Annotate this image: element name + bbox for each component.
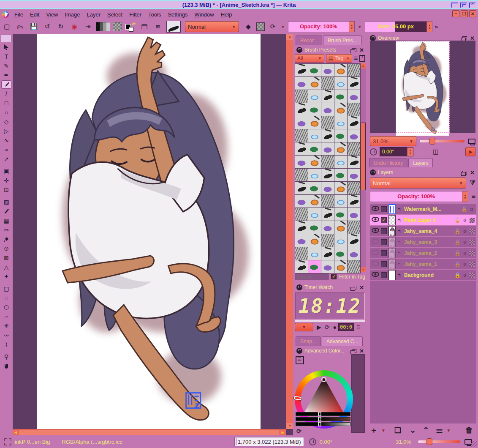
advanced-color-header[interactable]: Advanced Color... ✕ — [296, 347, 364, 355]
alpha-lock-icon[interactable]: α — [462, 272, 468, 278]
brush-preset-cell[interactable] — [348, 182, 360, 194]
menu-file[interactable]: File — [11, 10, 26, 19]
component-bar-3[interactable] — [296, 422, 350, 426]
brush-preset-cell[interactable] — [308, 142, 321, 155]
filter-in-tag-checkbox[interactable]: ✓ — [331, 274, 337, 279]
layer-lock-icon[interactable]: 🔓 — [461, 206, 467, 212]
layer-blending-dropdown[interactable]: Normal ▼ — [370, 178, 466, 188]
brush-preset-cell[interactable] — [348, 169, 360, 181]
brush-preset-cell[interactable] — [295, 116, 308, 129]
delete-layer-button[interactable]: 🗑 — [465, 426, 473, 435]
brush-preset-cell[interactable] — [321, 221, 334, 234]
lock-docker-icon[interactable] — [296, 47, 302, 53]
tab-advanced-c[interactable]: Advanced C... — [322, 336, 363, 346]
new-document-icon[interactable]: ▢ — [2, 23, 11, 30]
vertical-scrollbar[interactable]: ▲ ▼ — [286, 34, 293, 429]
tab-undo-history[interactable]: Undo History — [369, 158, 407, 167]
tool-bezier-select[interactable]: ∾ — [1, 331, 11, 339]
move-layer-down-button[interactable]: ⌄ — [410, 426, 416, 435]
brush-preset-cell[interactable] — [308, 260, 321, 273]
gradient-swatch[interactable] — [96, 22, 110, 31]
brush-preset-cell[interactable] — [295, 247, 308, 260]
brush-editor-button[interactable] — [166, 21, 181, 33]
display-mode-icon[interactable]: ⋮ — [359, 55, 365, 62]
brush-preset-cell[interactable] — [348, 195, 360, 208]
menu-filter[interactable]: Filter — [126, 10, 144, 19]
close-window-icon[interactable] — [469, 3, 475, 8]
inherit-alpha-icon[interactable] — [470, 218, 475, 223]
opacity-dropdown-arrow-icon[interactable]: ▼ — [358, 25, 362, 29]
brush-preset-cell[interactable] — [295, 260, 308, 273]
move-layer-up-button[interactable]: ⌃ — [423, 426, 429, 435]
preserve-alpha-icon[interactable] — [256, 22, 265, 31]
toolbox-handle[interactable] — [1, 35, 11, 42]
menu-edit[interactable]: Edit — [27, 10, 42, 19]
layer-checkbox[interactable] — [381, 261, 387, 267]
tool-polyline[interactable]: ▷ — [1, 127, 11, 135]
component-bar-1[interactable] — [296, 412, 350, 416]
layer-visibility-icon[interactable] — [372, 260, 379, 268]
rotation-spin-arrows[interactable]: ▲▼ — [407, 148, 413, 156]
brush-preset-cell[interactable] — [295, 234, 308, 247]
brush-preset-cell[interactable] — [308, 208, 321, 221]
onion-skin-icon[interactable]: ↰ — [397, 262, 402, 267]
scroll-thumb[interactable] — [361, 123, 366, 190]
layer-lock-icon[interactable]: 🔒 — [454, 239, 460, 245]
brush-preset-cell[interactable] — [348, 156, 360, 168]
brush-preset-cell[interactable] — [348, 221, 360, 234]
layer-checkbox[interactable] — [381, 239, 387, 245]
brush-preset-cell[interactable] — [321, 208, 334, 221]
layers-menu-icon[interactable]: ≡ — [472, 193, 475, 200]
blending-mode-dropdown[interactable]: Normal ▼ — [185, 21, 239, 32]
pin-docker-button[interactable]: ➤ — [465, 147, 475, 156]
color-reset-icon[interactable]: ⟳ — [296, 428, 301, 434]
brush-preset-cell[interactable] — [295, 129, 308, 142]
brush-preset-cell[interactable] — [334, 156, 347, 168]
maximize-window-icon[interactable] — [460, 3, 467, 8]
mirror-view-icon[interactable]: ◫ — [433, 148, 439, 156]
mdi-close-button[interactable]: ✕ — [469, 10, 476, 17]
pattern-swatch[interactable] — [113, 22, 122, 31]
brush-preset-cell[interactable] — [308, 156, 321, 168]
brush-preset-cell[interactable] — [334, 195, 347, 208]
brush-preset-cell[interactable] — [334, 247, 347, 260]
brush-preset-cell[interactable] — [295, 64, 308, 76]
layer-row-jahy-sama-4[interactable]: ↰Jahy_sama_4🔓α — [370, 226, 476, 237]
brush-preset-cell[interactable] — [334, 182, 347, 194]
tool-zoom[interactable]: ⚲ — [1, 352, 11, 361]
layer-properties-button[interactable]: ⚌ — [436, 426, 443, 435]
tool-smart-patch[interactable]: ✂ — [1, 226, 11, 234]
timer-reset-icon[interactable]: ⟳ — [325, 324, 330, 331]
tool-line[interactable]: / — [1, 90, 11, 98]
scroll-left-icon[interactable]: ◀ — [13, 429, 19, 436]
menu-settings[interactable]: Settings — [165, 10, 190, 19]
brush-preset-cell[interactable] — [334, 142, 347, 155]
brush-preset-cell[interactable] — [321, 129, 334, 142]
timer-play-icon[interactable]: ▶ — [317, 324, 321, 331]
selection-mode-icon[interactable] — [4, 438, 11, 445]
tool-freehand-select[interactable]: ∽ — [1, 312, 11, 321]
layer-opacity-spin-arrows[interactable]: ▲▼ — [462, 191, 467, 202]
alpha-lock-icon[interactable]: α — [462, 250, 468, 256]
eraser-mode-icon[interactable]: ◆ — [244, 23, 253, 30]
brush-preset-cell[interactable] — [321, 169, 334, 181]
close-docker-icon[interactable]: ✕ — [359, 47, 364, 53]
tool-ellipse-select[interactable]: ◌ — [1, 294, 11, 302]
lock-docker-icon[interactable] — [370, 169, 376, 175]
close-docker-icon[interactable]: ✕ — [359, 285, 364, 290]
brush-preset-cell[interactable] — [334, 169, 347, 181]
layer-visibility-icon[interactable] — [372, 227, 379, 235]
tool-text[interactable]: T — [1, 52, 11, 61]
tool-polygon-select[interactable]: ⬡ — [1, 303, 11, 311]
statusbar-zoom-slider[interactable] — [418, 440, 460, 443]
size-slider[interactable]: Size: 25.00 px ▲▼ — [365, 21, 432, 32]
brush-preset-cell[interactable] — [321, 90, 334, 103]
layer-row-jahy-sama-1[interactable]: ↰Jahy_sama_1🔒α — [370, 259, 476, 270]
layer-row-jahy-sama-3[interactable]: ↰Jahy_sama_3🔒α — [370, 237, 476, 248]
brush-preset-cell[interactable] — [308, 182, 321, 194]
onion-skin-icon[interactable]: ↰ — [397, 240, 402, 245]
tool-fill[interactable] — [1, 235, 11, 243]
tool-pattern-edit[interactable]: ▦ — [1, 216, 11, 225]
brush-preset-cell[interactable] — [308, 195, 321, 208]
tab-layers[interactable]: Layers — [408, 158, 433, 167]
